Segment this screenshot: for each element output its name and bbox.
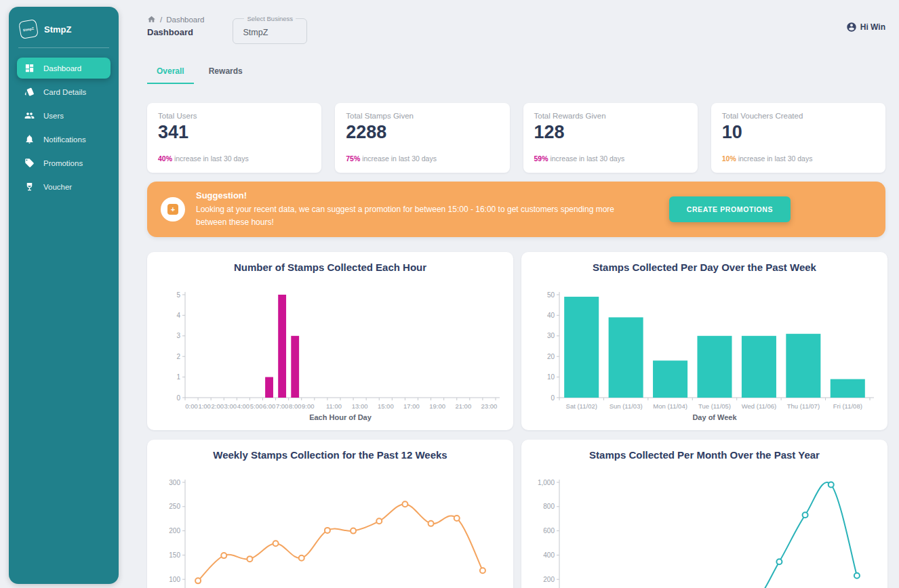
chart-title: Weekly Stamps Collection for the Past 12… — [155, 449, 505, 461]
svg-text:19:00: 19:00 — [429, 402, 445, 410]
svg-text:250: 250 — [169, 503, 180, 510]
charts-row-2: Weekly Stamps Collection for the Past 12… — [147, 440, 885, 588]
promotion-plus-icon: + — [161, 197, 185, 222]
svg-text:0: 0 — [176, 394, 180, 402]
svg-text:Tue (11/05): Tue (11/05) — [698, 402, 731, 410]
svg-text:800: 800 — [543, 503, 555, 510]
svg-text:400: 400 — [543, 551, 555, 559]
stat-percent: 59% — [534, 154, 548, 163]
create-promotions-button[interactable]: CREATE PROMOTIONS — [669, 196, 791, 222]
cards-icon — [24, 87, 35, 97]
stat-suffix: increase in last 30 days — [360, 154, 437, 163]
svg-text:17:00: 17:00 — [403, 402, 420, 410]
svg-text:100: 100 — [169, 576, 180, 583]
stat-card-total-stamps: Total Stamps Given 2288 75% increase in … — [335, 103, 509, 173]
svg-text:9:00: 9:00 — [302, 402, 315, 410]
sidebar-item-voucher[interactable]: Voucher — [17, 176, 111, 197]
svg-text:15:00: 15:00 — [378, 402, 394, 410]
sidebar-item-label: Voucher — [43, 183, 72, 191]
svg-text:2: 2 — [176, 353, 180, 360]
chart-title: Stamps Collected Per Month Over the Past… — [530, 449, 879, 461]
svg-text:20: 20 — [547, 353, 555, 360]
svg-text:40: 40 — [547, 312, 555, 319]
svg-text:200: 200 — [543, 576, 555, 583]
svg-text:Wed (11/06): Wed (11/06) — [742, 402, 776, 410]
stat-card-total-users: Total Users 341 40% increase in last 30 … — [147, 103, 321, 173]
stat-percent: 40% — [158, 154, 172, 163]
select-business-dropdown[interactable]: Select Business StmpZ — [233, 15, 307, 44]
top-bar: / Dashboard Dashboard Select Business St… — [147, 0, 885, 44]
svg-text:7:00: 7:00 — [276, 402, 289, 410]
svg-text:3: 3 — [176, 332, 180, 339]
svg-text:5:00: 5:00 — [250, 402, 263, 410]
svg-text:4:00: 4:00 — [237, 402, 250, 410]
svg-text:Mon (11/04): Mon (11/04) — [653, 402, 687, 410]
stat-value: 10 — [722, 122, 875, 143]
chart-title: Stamps Collected Per Day Over the Past W… — [530, 261, 879, 273]
sidebar-item-card-details[interactable]: Card Details — [17, 81, 111, 102]
sidebar-item-label: Notifications — [43, 135, 86, 144]
user-greeting[interactable]: Hi Win — [846, 22, 885, 33]
stat-label: Total Vouchers Created — [722, 112, 875, 120]
stat-value: 341 — [158, 122, 311, 143]
svg-text:0:00: 0:00 — [185, 402, 198, 410]
svg-text:23:00: 23:00 — [481, 402, 498, 410]
stats-row: Total Users 341 40% increase in last 30 … — [147, 103, 885, 173]
chart-title: Number of Stamps Collected Each Hour — [155, 261, 505, 273]
svg-text:1:00: 1:00 — [198, 402, 211, 410]
sidebar-item-promotions[interactable]: Promotions — [17, 152, 111, 173]
suggestion-title: Suggestion! — [196, 190, 633, 201]
svg-text:5: 5 — [176, 291, 180, 299]
greeting-text: Hi Win — [860, 22, 885, 32]
stat-percent: 10% — [722, 154, 736, 163]
svg-text:4: 4 — [176, 312, 180, 319]
svg-text:Thu (11/07): Thu (11/07) — [787, 402, 820, 410]
stat-label: Total Rewards Given — [534, 112, 687, 120]
charts-row-1: Number of Stamps Collected Each Hour 012… — [147, 252, 885, 430]
stat-label: Total Stamps Given — [346, 112, 498, 120]
suggestion-banner: + Suggestion! Looking at your recent dat… — [147, 182, 885, 237]
suggestion-body: Looking at your recent data, we can sugg… — [196, 203, 633, 228]
home-icon[interactable] — [147, 15, 156, 24]
sidebar-item-dashboard[interactable]: Dashboard — [17, 58, 111, 79]
stmpz-stamp-logo-icon: StmpZ — [18, 19, 39, 39]
sidebar-item-users[interactable]: Users — [17, 105, 111, 126]
tab-rewards[interactable]: Rewards — [199, 60, 252, 84]
weekly-stamps-line-chart: 50100150200250300Week 1 (08/19)Week 3 (0… — [155, 476, 505, 588]
brand-name: StmpZ — [44, 24, 71, 35]
svg-text:1,000: 1,000 — [538, 479, 555, 486]
sidebar-item-notifications[interactable]: Notifications — [17, 129, 111, 150]
page-title: Dashboard — [147, 27, 204, 37]
breadcrumb-item[interactable]: Dashboard — [166, 16, 204, 24]
breadcrumb-separator: / — [160, 16, 162, 24]
tab-overall[interactable]: Overall — [147, 60, 194, 84]
svg-text:1: 1 — [176, 373, 180, 381]
svg-text:600: 600 — [543, 527, 555, 534]
stat-suffix: increase in last 30 days — [172, 154, 249, 163]
svg-text:150: 150 — [169, 551, 180, 559]
svg-text:Sun (11/03): Sun (11/03) — [610, 402, 643, 410]
svg-text:8:00: 8:00 — [289, 402, 302, 410]
dashboard-icon — [24, 63, 35, 73]
cup-icon — [24, 182, 35, 192]
logo-badge-text: StmpZ — [22, 26, 34, 33]
svg-text:30: 30 — [547, 332, 555, 339]
sidebar: StmpZ StmpZ Dashboard Card Details Users… — [9, 7, 119, 584]
stat-percent: 75% — [346, 154, 360, 163]
select-business-label: Select Business — [244, 15, 296, 22]
svg-text:11:00: 11:00 — [326, 402, 342, 410]
breadcrumb: / Dashboard Dashboard — [147, 15, 204, 37]
svg-text:6:00: 6:00 — [263, 402, 276, 410]
main-content: / Dashboard Dashboard Select Business St… — [134, 0, 899, 588]
stat-suffix: increase in last 30 days — [736, 154, 813, 163]
tag-icon — [24, 158, 35, 168]
daily-stamps-bar-chart: 01020304050Sat (11/02)Sun (11/03)Mon (11… — [530, 288, 879, 423]
sidebar-divider — [18, 47, 109, 48]
stat-label: Total Users — [158, 112, 311, 120]
stat-footnote: 10% increase in last 30 days — [722, 154, 875, 163]
svg-text:13:00: 13:00 — [352, 402, 368, 410]
hourly-stamps-bar-chart: 0123450:001:002:003:004:005:006:007:008:… — [155, 288, 505, 423]
stat-footnote: 75% increase in last 30 days — [346, 154, 498, 163]
svg-text:3:00: 3:00 — [224, 402, 237, 410]
svg-text:200: 200 — [169, 527, 180, 534]
